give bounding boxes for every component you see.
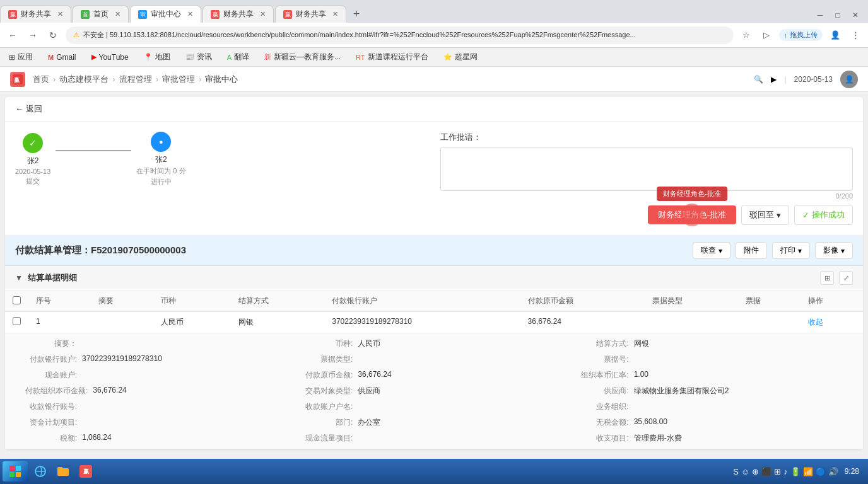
tab-1-close[interactable]: ✕ <box>57 10 63 18</box>
bookmark-apps[interactable]: ⊞ 应用 <box>5 50 37 64</box>
bookmark-course[interactable]: RT 新道课程运行平台 <box>352 50 431 64</box>
th-seq: 序号 <box>28 291 91 312</box>
comment-textarea[interactable] <box>440 147 853 191</box>
forward-nav-button[interactable]: → <box>25 28 40 43</box>
row-amount: 36,676.24 <box>520 312 645 333</box>
detail-tax-free-amount-value: 35,608.00 <box>634 417 843 426</box>
tray-icon-6[interactable]: ♪ <box>783 467 788 476</box>
attachment-button[interactable]: 附件 <box>736 242 767 259</box>
reload-button[interactable]: ↻ <box>45 28 61 43</box>
detail-biz-org: 业务组织: <box>577 401 843 412</box>
taskbar-folder[interactable] <box>53 461 73 481</box>
breadcrumb-flow[interactable]: 流程管理 <box>119 74 152 85</box>
bookmark-news[interactable]: 📰 资讯 <box>182 50 216 64</box>
section-toggle-icon[interactable]: ▼ <box>15 274 23 282</box>
image-dropdown-icon: ▾ <box>841 246 845 255</box>
search-icon[interactable]: 🔍 <box>754 75 763 84</box>
chaoxing-label: 超星网 <box>455 52 478 62</box>
expand-icon[interactable]: ⤢ <box>839 271 853 285</box>
back-bar: ← 返回 <box>5 97 863 122</box>
query-button[interactable]: 联查 ▾ <box>693 242 730 259</box>
reject-label: 驳回至 <box>749 209 774 221</box>
print-dropdown-icon: ▾ <box>798 246 802 255</box>
th-summary: 摘要 <box>91 291 153 312</box>
tab-5[interactable]: 赢 财务共享 ✕ <box>275 5 346 23</box>
reject-button[interactable]: 驳回至 ▾ <box>741 205 789 225</box>
date-display: 2020-05-13 <box>794 75 833 84</box>
tab-4-close[interactable]: ✕ <box>260 10 266 18</box>
restore-button[interactable]: □ <box>830 8 845 23</box>
taskbar-app[interactable]: 赢 <box>76 461 96 481</box>
comment-actions-area: 工作批语： 0/200 财务经理角色-批准 财务经理角色-批准 驳回至 <box>440 132 853 225</box>
row-checkbox[interactable] <box>13 317 21 325</box>
cast-icon[interactable]: ▷ <box>759 28 774 43</box>
breadcrumb-platform[interactable]: 动态建模平台 <box>59 74 108 85</box>
tray-icon-5[interactable]: ⊞ <box>774 467 781 476</box>
taskbar-app-icon: 赢 <box>79 465 92 478</box>
translate-label: 翻译 <box>234 52 249 62</box>
bookmark-chaoxing[interactable]: ⭐ 超星网 <box>440 50 481 64</box>
detail-org-amount-value: 36,676.24 <box>93 386 291 395</box>
detail-bill-no-label: 票据号: <box>577 354 634 365</box>
success-label: 操作成功 <box>812 209 845 221</box>
detail-bank-account-label: 付款银行账户: <box>25 354 82 365</box>
detail-payment-method: 结算方式: 网银 <box>577 338 843 349</box>
bookmark-xinjiang[interactable]: 新 新疆云—教育服务... <box>261 50 344 64</box>
collapse-link[interactable]: 收起 <box>808 318 823 326</box>
tab-2-close[interactable]: ✕ <box>115 10 120 18</box>
th-bill: 票据 <box>738 291 801 312</box>
profile-icon[interactable]: 👤 <box>828 28 843 43</box>
section-header: ▼ 结算单据明细 ⊞ ⤢ <box>5 266 863 291</box>
youtube-label: YouTube <box>99 53 129 62</box>
upload-button[interactable]: ↑ 拖拽上传 <box>779 29 823 41</box>
avatar[interactable]: 👤 <box>840 71 858 88</box>
tray-icon-bluetooth[interactable]: 🔵 <box>816 467 826 476</box>
bookmark-gmail[interactable]: M Gmail <box>44 52 80 63</box>
select-all-checkbox[interactable] <box>13 296 21 304</box>
tab-1[interactable]: 赢 财务共享 ✕ <box>0 5 71 23</box>
back-nav-button[interactable]: ← <box>5 28 20 43</box>
tab-1-icon: 赢 <box>8 10 17 19</box>
tray-icon-speaker[interactable]: 🔊 <box>828 467 838 476</box>
tab-3[interactable]: 审 审批中心 ✕ <box>130 5 201 23</box>
bookmark-youtube[interactable]: ▶ YouTube <box>88 52 132 63</box>
tab-3-close[interactable]: ✕ <box>187 10 193 18</box>
approve-button[interactable]: 财务经理角色-批准 财务经理角色-批准 <box>648 205 736 224</box>
url-bar[interactable]: ⚠ 不安全 | 59.110.153.182:8081/nccloud/reso… <box>66 26 734 44</box>
print-button[interactable]: 打印 ▾ <box>772 242 810 259</box>
tab-2[interactable]: 首 首页 ✕ <box>73 5 129 23</box>
breadcrumb-approval-mgmt[interactable]: 审批管理 <box>162 74 195 85</box>
bookmark-translate[interactable]: A 翻译 <box>223 50 253 64</box>
bookmark-maps[interactable]: 📍 地图 <box>140 50 174 64</box>
tray-icon-2[interactable]: ☺ <box>741 467 749 476</box>
start-button[interactable] <box>3 461 28 481</box>
breadcrumb-home[interactable]: 首页 <box>33 74 49 85</box>
detail-dept: 部门: 办公室 <box>301 417 566 428</box>
media-icon[interactable]: ▶ <box>771 75 777 84</box>
news-label: 资讯 <box>197 52 212 62</box>
tab-5-close[interactable]: ✕ <box>332 10 338 18</box>
bookmark-icon[interactable]: ☆ <box>739 28 754 43</box>
tray-icon-wifi[interactable]: 📶 <box>803 467 813 476</box>
detail-trade-type-label: 交易对象类型: <box>301 386 358 396</box>
grid-icon[interactable]: ⊞ <box>820 271 834 285</box>
news-icon: 📰 <box>185 53 194 61</box>
row-operation: 收起 <box>801 312 863 333</box>
close-button[interactable]: ✕ <box>848 8 863 23</box>
taskbar-browser[interactable] <box>30 461 50 481</box>
tray-icon-3[interactable]: ⊕ <box>752 467 759 476</box>
detail-recv-bank-label: 收款银行账号: <box>25 401 82 412</box>
app-header: 赢 首页 › 动态建模平台 › 流程管理 › 审批管理 › 审批中心 🔍 ▶ |… <box>0 67 868 92</box>
tray-icon-7[interactable]: 🔋 <box>790 467 801 476</box>
tray-icon-1[interactable]: S <box>733 467 739 476</box>
minimize-button[interactable]: ─ <box>812 8 828 23</box>
image-button[interactable]: 影像 ▾ <box>815 242 853 259</box>
back-button[interactable]: ← 返回 <box>15 103 42 115</box>
menu-icon[interactable]: ⋮ <box>848 28 863 43</box>
tab-4[interactable]: 赢 财务共享 ✕ <box>202 5 274 23</box>
new-tab-button[interactable]: + <box>348 5 365 23</box>
url-text: 不安全 | 59.110.153.182:8081/nccloud/resour… <box>83 30 636 40</box>
query-dropdown-icon: ▾ <box>718 246 722 255</box>
tray-icon-4[interactable]: ⬛ <box>761 467 771 476</box>
address-bar: ← → ↻ ⚠ 不安全 | 59.110.153.182:8081/ncclou… <box>0 23 868 48</box>
